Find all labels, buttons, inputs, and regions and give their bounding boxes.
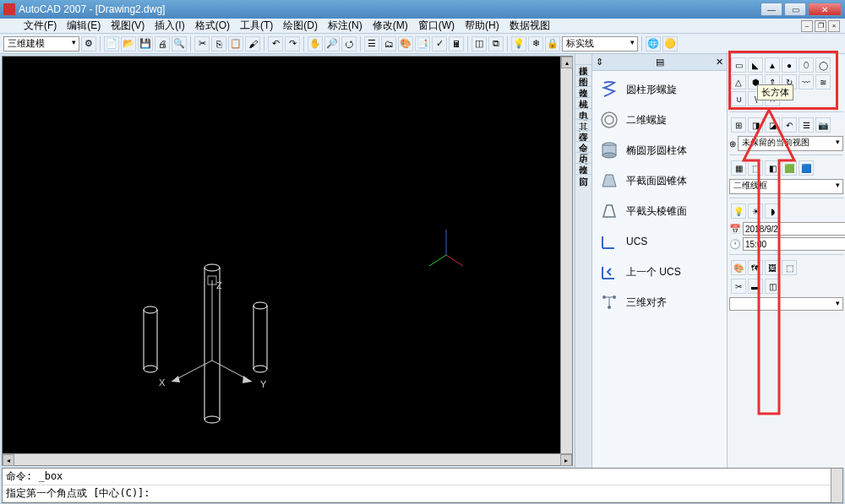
tool-pyramid-frustum[interactable]: 平截头棱锥面 bbox=[596, 196, 723, 226]
render-icon[interactable]: 🌐 bbox=[646, 36, 661, 51]
vtab-1[interactable]: 绘图 bbox=[575, 65, 592, 76]
menu-window[interactable]: 窗口(W) bbox=[413, 19, 460, 33]
sun-icon[interactable]: ☀ bbox=[748, 203, 763, 219]
paste-icon[interactable]: 📋 bbox=[228, 36, 243, 51]
cylinder-icon[interactable]: ⬯ bbox=[799, 57, 814, 73]
livesection-icon[interactable]: ◫ bbox=[765, 279, 780, 294]
menu-data[interactable]: 数据视图 bbox=[504, 19, 555, 33]
calc-icon[interactable]: 🖩 bbox=[449, 36, 464, 51]
render-btn-icon[interactable]: 🖼 bbox=[765, 260, 780, 275]
vtab-10[interactable]: 门窗 bbox=[575, 164, 592, 175]
view-prev-icon[interactable]: ↶ bbox=[782, 117, 797, 133]
properties-icon[interactable]: ☰ bbox=[364, 36, 379, 51]
tool-ucs[interactable]: UCS bbox=[596, 226, 723, 257]
menu-file[interactable]: 文件(F) bbox=[19, 19, 62, 33]
view-named-icon[interactable]: ☰ bbox=[799, 117, 814, 133]
new-icon[interactable]: 📄 bbox=[104, 36, 119, 51]
vs-2dwire-icon[interactable]: ▦ bbox=[731, 160, 746, 176]
scroll-left-icon[interactable]: ◂ bbox=[3, 454, 14, 466]
block-icon[interactable]: ◫ bbox=[472, 36, 487, 51]
menu-modify[interactable]: 修改(M) bbox=[368, 19, 413, 33]
cut-icon[interactable]: ✂ bbox=[194, 36, 210, 51]
tool-cyl-ellipse[interactable]: 椭圆形圆柱体 bbox=[596, 135, 723, 165]
scroll-up-icon[interactable]: ▴ bbox=[561, 57, 573, 68]
material-icon[interactable]: 🟡 bbox=[662, 36, 678, 51]
vs-3dwire-icon[interactable]: ⬚ bbox=[748, 160, 763, 176]
tool-helix-2d[interactable]: 二维螺旋 bbox=[596, 105, 723, 135]
plot-preview-icon[interactable]: 🔍 bbox=[172, 36, 187, 51]
copy-icon[interactable]: ⎘ bbox=[211, 36, 226, 51]
layer-dropdown[interactable]: 标实线 bbox=[562, 36, 638, 51]
sweep-icon[interactable]: 〰 bbox=[799, 74, 814, 89]
vtab-5[interactable]: 其 bbox=[575, 109, 592, 120]
cmd-scroll[interactable] bbox=[831, 469, 842, 502]
light-icon[interactable]: 💡 bbox=[731, 203, 746, 219]
menu-dim[interactable]: 标注(N) bbox=[323, 19, 368, 33]
layer-bulb-icon[interactable]: 💡 bbox=[511, 36, 526, 51]
loft-icon[interactable]: ≋ bbox=[815, 74, 831, 89]
tool-align-3d[interactable]: 三维对齐 bbox=[596, 287, 723, 317]
menu-insert[interactable]: 插入(I) bbox=[150, 19, 189, 33]
tool-cone-frustum[interactable]: 平截面圆锥体 bbox=[596, 165, 723, 196]
vtab-8[interactable]: 历史 bbox=[575, 142, 592, 153]
material-attach-icon[interactable]: 🎨 bbox=[731, 260, 746, 275]
vtab-6[interactable]: 缓存 bbox=[575, 120, 592, 131]
menu-tools[interactable]: 工具(T) bbox=[235, 19, 278, 33]
tool-helix-cyl[interactable]: 圆柱形螺旋 bbox=[596, 74, 723, 105]
workspace-dropdown[interactable]: 三维建模 bbox=[3, 36, 79, 51]
markup-icon[interactable]: ✓ bbox=[432, 36, 447, 51]
viewstyle-dropdown[interactable]: 未保留的当前视图 bbox=[738, 136, 843, 151]
sheet-set-icon[interactable]: 📑 bbox=[415, 36, 430, 51]
layer-freeze-icon[interactable]: ❄ bbox=[528, 36, 543, 51]
vtab-2[interactable]: 修改 bbox=[575, 76, 592, 87]
palette-scroll-icon[interactable]: ⇕ bbox=[596, 57, 603, 68]
pyramid-icon[interactable]: △ bbox=[731, 74, 746, 89]
view-top-icon[interactable]: ⊞ bbox=[731, 117, 746, 133]
scroll-vertical[interactable]: ▴ bbox=[560, 57, 572, 453]
union-icon[interactable]: ∪ bbox=[731, 91, 746, 106]
zoom-icon[interactable]: 🔎 bbox=[324, 36, 340, 51]
vtab-3[interactable]: 机械 bbox=[575, 87, 592, 98]
camera-icon[interactable]: 📷 bbox=[815, 117, 831, 133]
mdi-minimize[interactable]: – bbox=[801, 20, 813, 32]
shadow-icon[interactable]: ◗ bbox=[765, 203, 780, 219]
palette-close-icon[interactable]: ✕ bbox=[716, 57, 723, 68]
scroll-horizontal[interactable]: ◂ ▸ bbox=[3, 453, 572, 465]
redo-icon[interactable]: ↷ bbox=[285, 36, 300, 51]
flatten-icon[interactable]: ▬ bbox=[748, 279, 763, 294]
menu-draw[interactable]: 绘图(D) bbox=[278, 19, 323, 33]
vs-concept-icon[interactable]: 🟦 bbox=[799, 160, 814, 176]
vtab-7[interactable]: 命令 bbox=[575, 131, 592, 142]
open-icon[interactable]: 📂 bbox=[121, 36, 136, 51]
minimize-button[interactable]: — bbox=[760, 3, 782, 16]
vtab-0[interactable]: 建模 bbox=[575, 54, 592, 65]
vtab-9[interactable]: 修改 bbox=[575, 153, 592, 164]
pan-icon[interactable]: ✋ bbox=[308, 36, 323, 51]
ref-icon[interactable]: ⧉ bbox=[488, 36, 504, 51]
box-icon[interactable]: ▭ bbox=[731, 57, 746, 73]
close-button[interactable]: ✕ bbox=[808, 3, 842, 16]
section-icon[interactable]: ✂ bbox=[731, 279, 746, 294]
maximize-button[interactable]: ▭ bbox=[784, 3, 806, 16]
tool-palette-icon[interactable]: 🎨 bbox=[398, 36, 413, 51]
tool-ucs-prev[interactable]: 上一个 UCS bbox=[596, 257, 723, 287]
material-map-icon[interactable]: 🗺 bbox=[748, 260, 763, 275]
gear-icon[interactable]: ⚙ bbox=[81, 36, 96, 51]
menu-help[interactable]: 帮助(H) bbox=[460, 19, 504, 33]
design-center-icon[interactable]: 🗂 bbox=[381, 36, 396, 51]
view-iso-icon[interactable]: ◪ bbox=[765, 117, 780, 133]
mdi-close[interactable]: × bbox=[828, 20, 840, 32]
date-field[interactable] bbox=[743, 222, 845, 236]
cone-icon[interactable]: ▲ bbox=[765, 57, 780, 73]
match-icon[interactable]: 🖌 bbox=[245, 36, 260, 51]
undo-icon[interactable]: ↶ bbox=[268, 36, 283, 51]
menu-view[interactable]: 视图(V) bbox=[106, 19, 150, 33]
render-preset-dropdown[interactable] bbox=[729, 297, 843, 311]
drawing-canvas[interactable]: X Y Z bbox=[3, 57, 560, 453]
orbit-icon[interactable]: ⭯ bbox=[341, 36, 357, 51]
visualstyle-dropdown[interactable]: 二维线框 bbox=[729, 179, 843, 194]
render-crop-icon[interactable]: ⬚ bbox=[782, 260, 797, 275]
save-icon[interactable]: 💾 bbox=[138, 36, 153, 51]
command-input[interactable]: 指定第一个角点或 [中心(C)]: bbox=[3, 485, 831, 502]
vs-hidden-icon[interactable]: ◧ bbox=[765, 160, 780, 176]
